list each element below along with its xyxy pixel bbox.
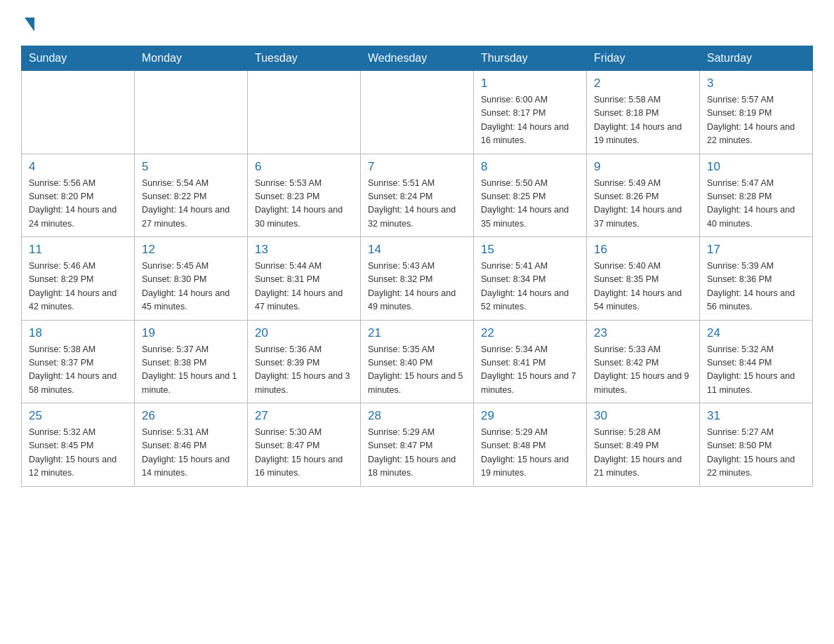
day-number: 16 [594, 243, 692, 257]
calendar-cell: 18Sunrise: 5:38 AM Sunset: 8:37 PM Dayli… [22, 320, 135, 403]
week-row: 25Sunrise: 5:32 AM Sunset: 8:45 PM Dayli… [22, 403, 813, 487]
calendar-cell: 1Sunrise: 6:00 AM Sunset: 8:17 PM Daylig… [474, 71, 587, 154]
calendar-cell: 23Sunrise: 5:33 AM Sunset: 8:42 PM Dayli… [587, 320, 700, 403]
calendar-cell: 27Sunrise: 5:30 AM Sunset: 8:47 PM Dayli… [248, 403, 361, 487]
calendar-cell: 5Sunrise: 5:54 AM Sunset: 8:22 PM Daylig… [135, 154, 248, 237]
calendar-cell: 11Sunrise: 5:46 AM Sunset: 8:29 PM Dayli… [22, 237, 135, 321]
day-info: Sunrise: 5:39 AM Sunset: 8:36 PM Dayligh… [707, 260, 805, 314]
day-info: Sunrise: 5:40 AM Sunset: 8:35 PM Dayligh… [594, 260, 692, 314]
day-number: 9 [594, 160, 692, 174]
day-info: Sunrise: 5:43 AM Sunset: 8:32 PM Dayligh… [368, 260, 466, 314]
day-info: Sunrise: 5:54 AM Sunset: 8:22 PM Dayligh… [142, 177, 240, 232]
calendar-cell: 30Sunrise: 5:28 AM Sunset: 8:49 PM Dayli… [587, 403, 700, 487]
day-info: Sunrise: 5:45 AM Sunset: 8:30 PM Dayligh… [142, 260, 240, 314]
day-number: 12 [142, 243, 240, 257]
day-number: 28 [368, 409, 466, 423]
day-info: Sunrise: 5:53 AM Sunset: 8:23 PM Dayligh… [255, 177, 353, 232]
day-info: Sunrise: 5:29 AM Sunset: 8:47 PM Dayligh… [368, 426, 466, 481]
calendar-cell: 29Sunrise: 5:29 AM Sunset: 8:48 PM Dayli… [474, 403, 587, 487]
calendar-table: SundayMondayTuesdayWednesdayThursdayFrid… [21, 46, 813, 487]
day-number: 11 [29, 243, 127, 257]
day-number: 31 [707, 409, 805, 423]
calendar-cell: 31Sunrise: 5:27 AM Sunset: 8:50 PM Dayli… [700, 403, 813, 487]
day-info: Sunrise: 5:32 AM Sunset: 8:44 PM Dayligh… [707, 343, 805, 398]
day-info: Sunrise: 5:44 AM Sunset: 8:31 PM Dayligh… [255, 260, 353, 314]
day-number: 5 [142, 160, 240, 174]
day-number: 18 [29, 326, 127, 340]
calendar-cell [248, 71, 361, 154]
calendar-cell: 21Sunrise: 5:35 AM Sunset: 8:40 PM Dayli… [361, 320, 474, 403]
calendar-cell: 2Sunrise: 5:58 AM Sunset: 8:18 PM Daylig… [587, 71, 700, 154]
day-info: Sunrise: 5:30 AM Sunset: 8:47 PM Dayligh… [255, 426, 353, 481]
day-number: 24 [707, 326, 805, 340]
day-number: 19 [142, 326, 240, 340]
week-row: 18Sunrise: 5:38 AM Sunset: 8:37 PM Dayli… [22, 320, 813, 403]
calendar-cell: 15Sunrise: 5:41 AM Sunset: 8:34 PM Dayli… [474, 237, 587, 321]
calendar-cell: 7Sunrise: 5:51 AM Sunset: 8:24 PM Daylig… [361, 154, 474, 237]
day-number: 10 [707, 160, 805, 174]
calendar-cell [361, 71, 474, 154]
week-row: 11Sunrise: 5:46 AM Sunset: 8:29 PM Dayli… [22, 237, 813, 321]
calendar-cell: 17Sunrise: 5:39 AM Sunset: 8:36 PM Dayli… [700, 237, 813, 321]
day-number: 2 [594, 76, 692, 90]
day-number: 21 [368, 326, 466, 340]
day-info: Sunrise: 5:28 AM Sunset: 8:49 PM Dayligh… [594, 426, 692, 481]
day-of-week-header: Saturday [700, 46, 813, 71]
day-of-week-header: Tuesday [248, 46, 361, 71]
day-number: 4 [29, 160, 127, 174]
day-of-week-header: Monday [135, 46, 248, 71]
calendar-cell: 28Sunrise: 5:29 AM Sunset: 8:47 PM Dayli… [361, 403, 474, 487]
calendar-cell: 9Sunrise: 5:49 AM Sunset: 8:26 PM Daylig… [587, 154, 700, 237]
day-info: Sunrise: 6:00 AM Sunset: 8:17 PM Dayligh… [481, 93, 579, 148]
calendar-cell: 20Sunrise: 5:36 AM Sunset: 8:39 PM Dayli… [248, 320, 361, 403]
calendar-cell: 24Sunrise: 5:32 AM Sunset: 8:44 PM Dayli… [700, 320, 813, 403]
day-of-week-header: Thursday [474, 46, 587, 71]
calendar-cell: 4Sunrise: 5:56 AM Sunset: 8:20 PM Daylig… [22, 154, 135, 237]
day-number: 14 [368, 243, 466, 257]
calendar-cell: 26Sunrise: 5:31 AM Sunset: 8:46 PM Dayli… [135, 403, 248, 487]
calendar-cell: 14Sunrise: 5:43 AM Sunset: 8:32 PM Dayli… [361, 237, 474, 321]
calendar-cell: 19Sunrise: 5:37 AM Sunset: 8:38 PM Dayli… [135, 320, 248, 403]
day-number: 29 [481, 409, 579, 423]
calendar-cell [22, 71, 135, 154]
day-number: 13 [255, 243, 353, 257]
day-info: Sunrise: 5:33 AM Sunset: 8:42 PM Dayligh… [594, 343, 692, 398]
week-row: 4Sunrise: 5:56 AM Sunset: 8:20 PM Daylig… [22, 154, 813, 237]
day-number: 15 [481, 243, 579, 257]
day-number: 6 [255, 160, 353, 174]
day-info: Sunrise: 5:37 AM Sunset: 8:38 PM Dayligh… [142, 343, 240, 398]
day-number: 23 [594, 326, 692, 340]
day-info: Sunrise: 5:35 AM Sunset: 8:40 PM Dayligh… [368, 343, 466, 398]
day-info: Sunrise: 5:57 AM Sunset: 8:19 PM Dayligh… [707, 93, 805, 148]
day-number: 26 [142, 409, 240, 423]
calendar-cell: 16Sunrise: 5:40 AM Sunset: 8:35 PM Dayli… [587, 237, 700, 321]
logo [21, 14, 34, 32]
logo-arrow-icon [25, 18, 34, 32]
day-info: Sunrise: 5:41 AM Sunset: 8:34 PM Dayligh… [481, 260, 579, 314]
day-number: 7 [368, 160, 466, 174]
day-info: Sunrise: 5:27 AM Sunset: 8:50 PM Dayligh… [707, 426, 805, 481]
calendar-cell: 8Sunrise: 5:50 AM Sunset: 8:25 PM Daylig… [474, 154, 587, 237]
day-number: 25 [29, 409, 127, 423]
calendar-cell: 6Sunrise: 5:53 AM Sunset: 8:23 PM Daylig… [248, 154, 361, 237]
day-info: Sunrise: 5:38 AM Sunset: 8:37 PM Dayligh… [29, 343, 127, 398]
day-number: 30 [594, 409, 692, 423]
calendar-cell: 13Sunrise: 5:44 AM Sunset: 8:31 PM Dayli… [248, 237, 361, 321]
day-info: Sunrise: 5:29 AM Sunset: 8:48 PM Dayligh… [481, 426, 579, 481]
page-header [21, 14, 813, 32]
day-number: 1 [481, 76, 579, 90]
calendar-cell: 12Sunrise: 5:45 AM Sunset: 8:30 PM Dayli… [135, 237, 248, 321]
week-row: 1Sunrise: 6:00 AM Sunset: 8:17 PM Daylig… [22, 71, 813, 154]
calendar-cell: 10Sunrise: 5:47 AM Sunset: 8:28 PM Dayli… [700, 154, 813, 237]
day-info: Sunrise: 5:50 AM Sunset: 8:25 PM Dayligh… [481, 177, 579, 232]
day-number: 22 [481, 326, 579, 340]
day-number: 17 [707, 243, 805, 257]
day-number: 3 [707, 76, 805, 90]
day-info: Sunrise: 5:31 AM Sunset: 8:46 PM Dayligh… [142, 426, 240, 481]
day-number: 8 [481, 160, 579, 174]
calendar-cell [135, 71, 248, 154]
day-info: Sunrise: 5:51 AM Sunset: 8:24 PM Dayligh… [368, 177, 466, 232]
day-number: 27 [255, 409, 353, 423]
day-info: Sunrise: 5:47 AM Sunset: 8:28 PM Dayligh… [707, 177, 805, 232]
calendar-cell: 25Sunrise: 5:32 AM Sunset: 8:45 PM Dayli… [22, 403, 135, 487]
